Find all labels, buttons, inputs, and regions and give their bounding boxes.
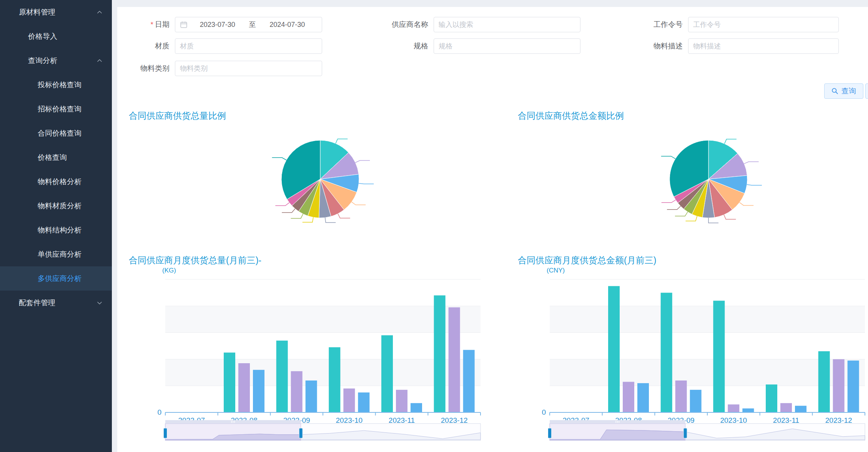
bar-2023-11-s2[interactable]	[411, 403, 422, 412]
pie-label-line-4	[724, 215, 736, 219]
x-axis-label: 2023-12	[825, 416, 852, 424]
calendar-icon	[180, 21, 188, 28]
bar-2023-10-s0[interactable]	[713, 301, 725, 412]
input-placeholder: 规格	[439, 42, 452, 51]
y-axis-zero-label: 0	[157, 408, 161, 416]
zoom-slider-selection[interactable]	[550, 424, 685, 440]
bar-2023-09-s0[interactable]	[276, 341, 288, 412]
bar-2023-09-s2[interactable]	[306, 381, 317, 412]
pie-label-line-8	[282, 209, 295, 213]
bar-2023-11-s0[interactable]	[766, 384, 777, 412]
required-mark: *	[151, 20, 153, 28]
field-label: 物料描述	[630, 41, 688, 51]
bar-2023-08-s2[interactable]	[637, 383, 649, 412]
pie-label-line-2	[747, 184, 762, 185]
bar-2023-10-s1[interactable]	[728, 404, 739, 412]
pie-label-line-0	[336, 139, 348, 143]
text-input-2[interactable]: 工作令号	[688, 17, 839, 32]
bar-2023-08-s1[interactable]	[623, 382, 634, 412]
sidebar-item-7[interactable]: 物料价格分析	[0, 170, 112, 194]
sidebar-item-8[interactable]: 物料材质分析	[0, 194, 112, 218]
zoom-slider-handle-left[interactable]	[164, 428, 167, 438]
bar-chart-monthly-amount: (CNY)02023-072023-082023-092023-102023-1…	[531, 266, 868, 445]
sidebar-item-4[interactable]: 招标价格查询	[0, 97, 112, 121]
form-field-2: 工作令号工作令号	[630, 17, 839, 32]
date-range-input[interactable]: 2023-07-30至2024-07-30	[175, 17, 322, 32]
bar-2023-10-s0[interactable]	[329, 347, 340, 412]
zoom-slider-handle-right[interactable]	[683, 428, 687, 438]
query-button[interactable]: 查询	[824, 83, 863, 99]
bar-2023-11-s1[interactable]	[780, 403, 792, 412]
bar-2023-12-s2[interactable]	[463, 350, 475, 412]
sidebar-item-10[interactable]: 单供应商分析	[0, 242, 112, 266]
pie-label-line-3	[740, 203, 753, 206]
zoom-slider-selection[interactable]	[165, 424, 301, 440]
pie-label-line-1	[355, 161, 370, 163]
sidebar-item-label: 价格导入	[28, 32, 57, 40]
x-axis-label: 2023-11	[773, 416, 799, 424]
sidebar-item-9[interactable]: 物料结构分析	[0, 218, 112, 242]
text-input-1[interactable]: 输入以搜索	[434, 17, 580, 32]
sidebar-item-0[interactable]: 原材料管理	[0, 0, 112, 24]
bar-2023-10-s1[interactable]	[343, 389, 355, 412]
sidebar-item-11[interactable]: 多供应商分析	[0, 266, 112, 291]
move-handle-grip	[234, 421, 235, 423]
sidebar-item-label: 合同价格查询	[38, 129, 81, 137]
date-separator: 至	[248, 20, 258, 29]
bar-2023-11-s2[interactable]	[795, 406, 806, 412]
pie-label-line-1	[744, 162, 759, 164]
bar-2023-11-s1[interactable]	[396, 390, 407, 412]
y-axis-unit-label: (KG)	[162, 267, 176, 274]
bar-2023-12-s0[interactable]	[434, 296, 446, 412]
bar-2023-08-s2[interactable]	[253, 370, 264, 412]
bar-2023-12-s1[interactable]	[833, 359, 845, 412]
text-input-5[interactable]: 物料描述	[688, 38, 839, 54]
bar-2023-08-s0[interactable]	[224, 352, 235, 412]
bar-2023-11-s0[interactable]	[381, 335, 393, 412]
sidebar-item-1[interactable]: 价格导入	[0, 24, 112, 48]
bar-2023-12-s1[interactable]	[449, 307, 460, 412]
bar-2023-09-s2[interactable]	[690, 390, 702, 412]
bar-2023-08-s0[interactable]	[608, 286, 620, 412]
bar-chart-monthly-quantity: (KG)02023-072023-082023-092023-102023-11…	[147, 266, 493, 445]
x-axis-label: 2023-10	[720, 416, 747, 424]
bar-qty-title: 合同供应商月度供货总量(月前三)-	[129, 254, 261, 266]
form-field-3: 材质材质	[117, 38, 322, 54]
sidebar-item-label: 价格查询	[38, 153, 67, 161]
bar-2023-10-s2[interactable]	[358, 392, 369, 412]
bar-2023-12-s0[interactable]	[818, 351, 830, 412]
bar-2023-09-s0[interactable]	[661, 293, 672, 412]
text-input-6[interactable]: 物料类别	[175, 61, 322, 76]
text-input-4[interactable]: 规格	[434, 38, 580, 54]
bar-2023-09-s1[interactable]	[291, 371, 303, 412]
sidebar-menu: 原材料管理价格导入查询分析投标价格查询招标价格查询合同价格查询价格查询物料价格分…	[0, 0, 112, 452]
sidebar-item-label: 原材料管理	[19, 8, 55, 16]
input-placeholder: 工作令号	[693, 20, 721, 29]
search-icon	[831, 88, 838, 95]
pie-label-line-9	[662, 200, 676, 203]
bar-2023-10-s2[interactable]	[742, 409, 754, 412]
pie-label-line-2	[359, 183, 374, 184]
split-area-band	[550, 306, 865, 332]
zoom-slider-handle-left[interactable]	[548, 428, 552, 438]
partial-button[interactable]	[865, 83, 868, 99]
text-input-3[interactable]: 材质	[175, 38, 322, 54]
sidebar-item-2[interactable]: 查询分析	[0, 48, 112, 73]
pie-label-line-10	[272, 158, 286, 160]
sidebar-item-5[interactable]: 合同价格查询	[0, 121, 112, 145]
sidebar-item-label: 物料结构分析	[38, 226, 81, 234]
date-end-value: 2024-07-30	[258, 21, 318, 29]
sidebar-item-6[interactable]: 价格查询	[0, 145, 112, 170]
sidebar-item-12[interactable]: 配套件管理	[0, 291, 112, 315]
zoom-slider-handle-right[interactable]	[299, 428, 303, 438]
x-axis-label: 2023-11	[389, 416, 415, 424]
input-placeholder: 物料描述	[693, 42, 721, 51]
pie-label-line-7	[675, 212, 688, 216]
bar-2023-09-s1[interactable]	[675, 381, 687, 412]
form-field-1: 供应商名称输入以搜索	[372, 17, 580, 32]
multi-supplier-analysis-page: { "sidebar": { "items": [ {"label": "原材料…	[0, 0, 868, 452]
pie-label-line-6	[686, 216, 697, 221]
sidebar-item-3[interactable]: 投标价格查询	[0, 73, 112, 97]
bar-2023-08-s1[interactable]	[238, 363, 250, 412]
bar-2023-12-s2[interactable]	[848, 361, 859, 412]
